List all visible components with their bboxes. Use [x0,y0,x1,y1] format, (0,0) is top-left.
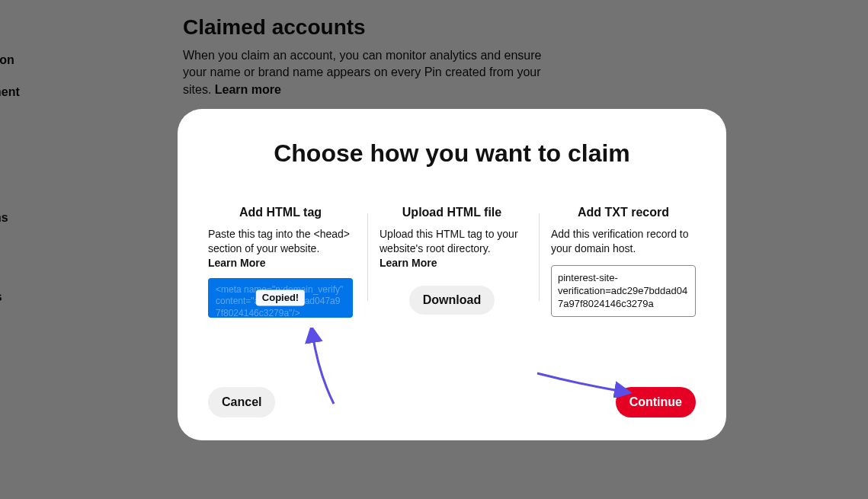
option-html-tag-title: Add HTML tag [208,206,353,219]
download-button[interactable]: Download [409,286,495,315]
option-txt-record: Add TXT record Add this verification rec… [543,206,703,379]
option-txt-desc: Add this verification record to your dom… [551,227,696,256]
modal-footer: Cancel Continue [200,387,703,417]
option-html-tag-desc: Paste this tag into the <head> section o… [208,227,353,256]
option-upload-title: Upload HTML file [380,206,524,219]
option-html-tag: Add HTML tag Paste this tag into the <he… [200,206,360,379]
html-tag-code-box[interactable]: <meta name="p:domain_verify" content="ad… [208,278,353,318]
option-upload-desc: Upload this HTML tag to your website's r… [380,227,524,256]
modal-title: Choose how you want to claim [200,139,703,168]
claim-method-modal: Choose how you want to claim Add HTML ta… [178,109,726,440]
option-txt-title: Add TXT record [551,206,696,219]
continue-button[interactable]: Continue [616,387,696,417]
option-upload-file: Upload HTML file Upload this HTML tag to… [372,206,532,379]
option-upload-learn-more[interactable]: Learn More [380,257,524,269]
txt-record-box[interactable]: pinterest-site-verification=adc29e7bddad… [551,265,696,318]
claim-options-row: Add HTML tag Paste this tag into the <he… [200,206,703,379]
cancel-button[interactable]: Cancel [208,387,275,417]
copied-tooltip: Copied! [256,289,305,305]
option-html-tag-learn-more[interactable]: Learn More [208,257,353,269]
